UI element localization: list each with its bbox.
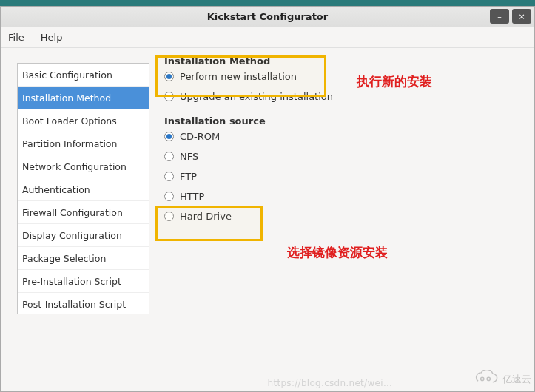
radio-cdrom-icon [164, 132, 174, 141]
option-upgrade[interactable]: Upgrade an existing installation [155, 87, 534, 107]
sidebar-item-pre-installation-script[interactable]: Pre-Installation Script [18, 270, 149, 293]
sidebar-item-post-installation-script[interactable]: Post-Installation Script [18, 293, 149, 314]
sidebar-item-display-configuration[interactable]: Display Configuration [18, 224, 149, 247]
sidebar-item-authentication[interactable]: Authentication [18, 178, 149, 201]
option-perform-new[interactable]: Perform new installation [155, 67, 534, 87]
sidebar-item-package-selection[interactable]: Package Selection [18, 247, 149, 270]
option-perform-new-label: Perform new installation [180, 71, 297, 82]
installation-method-title: Installation Method [155, 55, 534, 67]
window-title: Kickstart Configurator [1, 11, 534, 22]
sidebar-item-network-configuration[interactable]: Network Configuration [18, 155, 149, 178]
sidebar-item-basic-configuration[interactable]: Basic Configuration [18, 64, 149, 87]
option-nfs-label: NFS [180, 151, 198, 162]
radio-ftp-icon [164, 172, 174, 181]
option-upgrade-label: Upgrade an existing installation [180, 91, 333, 102]
close-button[interactable]: × [512, 9, 531, 24]
watermark-url: https://blog.csdn.net/wei... [268, 378, 393, 388]
menu-help[interactable]: Help [38, 30, 66, 44]
body: Basic Configuration Installation Method … [1, 48, 534, 391]
option-ftp[interactable]: FTP [155, 166, 534, 186]
radio-nfs-icon [164, 152, 174, 161]
content: Installation Method Perform new installa… [149, 48, 534, 391]
sidebar-item-firewall-configuration[interactable]: Firewall Configuration [18, 201, 149, 224]
installation-source-section: Installation source CD-ROM NFS FTP HTTP [155, 115, 534, 226]
svg-point-1 [487, 377, 490, 380]
option-harddrive-label: Hard Drive [180, 211, 232, 222]
radio-http-icon [164, 192, 174, 201]
option-http[interactable]: HTTP [155, 186, 534, 206]
minimize-button[interactable]: – [490, 9, 509, 24]
radio-upgrade-icon [164, 92, 174, 101]
installation-method-section: Installation Method Perform new installa… [155, 55, 534, 107]
option-http-label: HTTP [180, 191, 204, 202]
menubar: File Help [1, 27, 534, 48]
option-nfs[interactable]: NFS [155, 146, 534, 166]
sidebar-item-installation-method[interactable]: Installation Method [18, 87, 149, 109]
svg-point-0 [481, 377, 484, 380]
window-buttons: – × [490, 9, 531, 24]
option-harddrive[interactable]: Hard Drive [155, 206, 534, 226]
option-cdrom[interactable]: CD-ROM [155, 126, 534, 146]
menu-file[interactable]: File [5, 30, 27, 44]
window: Kickstart Configurator – × File Help Bas… [0, 6, 535, 392]
annotation-install-source: 选择镜像资源安装 [287, 244, 388, 261]
sidebar-item-partition-information[interactable]: Partition Information [18, 132, 149, 155]
watermark-brand: 亿速云 [502, 373, 531, 386]
installation-source-title: Installation source [155, 115, 534, 126]
radio-perform-new-icon [164, 72, 174, 81]
sidebar-item-boot-loader-options[interactable]: Boot Loader Options [18, 109, 149, 132]
watermark: 亿速云 [473, 370, 531, 388]
cloud-icon [473, 370, 498, 388]
radio-harddrive-icon [164, 212, 174, 221]
sidebar: Basic Configuration Installation Method … [17, 63, 149, 314]
option-ftp-label: FTP [180, 171, 197, 182]
titlebar: Kickstart Configurator – × [1, 7, 534, 27]
option-cdrom-label: CD-ROM [180, 131, 220, 142]
